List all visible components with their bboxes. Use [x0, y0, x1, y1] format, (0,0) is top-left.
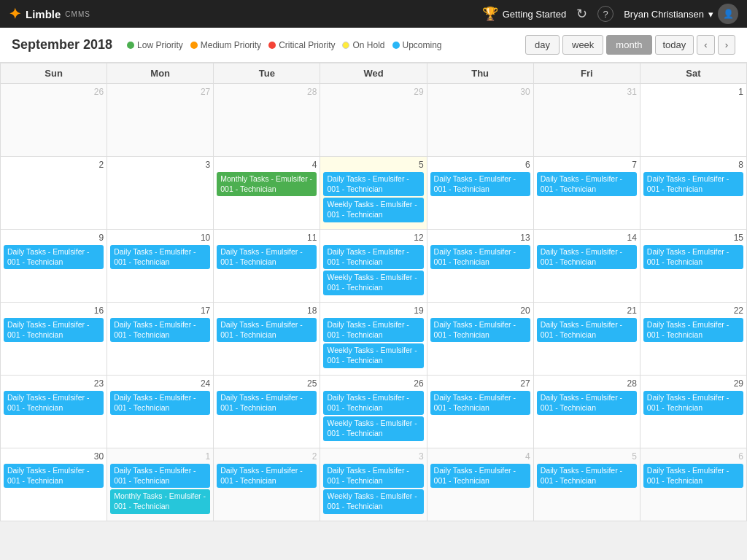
legend-critical-priority: Critical Priority	[268, 40, 335, 50]
event-daily[interactable]: Daily Tasks - Emulsifer - 001 - Technici…	[537, 245, 637, 269]
calendar-cell[interactable]: 3	[107, 157, 214, 230]
event-daily[interactable]: Daily Tasks - Emulsifer - 001 - Technici…	[430, 172, 530, 196]
event-daily[interactable]: Daily Tasks - Emulsifer - 001 - Technici…	[643, 391, 743, 415]
calendar-cell[interactable]: 26	[1, 84, 107, 157]
calendar-cell[interactable]: 17 Daily Tasks - Emulsifer - 001 - Techn…	[107, 303, 214, 376]
calendar-cell[interactable]: 8 Daily Tasks - Emulsifer - 001 - Techni…	[640, 157, 746, 230]
calendar-cell[interactable]: 13 Daily Tasks - Emulsifer - 001 - Techn…	[427, 230, 533, 303]
prev-month-button[interactable]: ‹	[697, 35, 714, 55]
event-daily[interactable]: Daily Tasks - Emulsifer - 001 - Technici…	[643, 172, 743, 196]
calendar-cell[interactable]: 2 Daily Tasks - Emulsifer - 001 - Techni…	[214, 448, 320, 521]
calendar-cell[interactable]: 29 Daily Tasks - Emulsifer - 001 - Techn…	[640, 376, 746, 448]
event-daily[interactable]: Daily Tasks - Emulsifer - 001 - Technici…	[537, 318, 637, 342]
week-view-button[interactable]: week	[562, 35, 603, 55]
calendar-cell[interactable]: 20 Daily Tasks - Emulsifer - 001 - Techn…	[427, 303, 533, 376]
calendar-cell[interactable]: 30	[427, 84, 533, 157]
event-daily[interactable]: Daily Tasks - Emulsifer - 001 - Technici…	[430, 391, 530, 415]
event-daily[interactable]: Daily Tasks - Emulsifer - 001 - Technici…	[323, 245, 423, 269]
event-daily[interactable]: Daily Tasks - Emulsifer - 001 - Technici…	[323, 391, 423, 415]
calendar-cell[interactable]: 26 Daily Tasks - Emulsifer - 001 - Techn…	[320, 376, 427, 448]
day-number: 4	[217, 160, 317, 170]
calendar-cell[interactable]: 3 Daily Tasks - Emulsifer - 001 - Techni…	[320, 448, 427, 521]
event-daily[interactable]: Daily Tasks - Emulsifer - 001 - Technici…	[4, 318, 104, 342]
event-daily[interactable]: Daily Tasks - Emulsifer - 001 - Technici…	[430, 245, 530, 269]
event-daily[interactable]: Daily Tasks - Emulsifer - 001 - Technici…	[110, 391, 210, 415]
event-daily[interactable]: Daily Tasks - Emulsifer - 001 - Technici…	[537, 464, 637, 488]
calendar-cell[interactable]: 25 Daily Tasks - Emulsifer - 001 - Techn…	[214, 376, 320, 448]
refresh-icon[interactable]: ↻	[576, 6, 587, 22]
help-icon[interactable]: ?	[597, 6, 614, 22]
event-daily[interactable]: Daily Tasks - Emulsifer - 001 - Technici…	[323, 464, 423, 488]
event-daily[interactable]: Daily Tasks - Emulsifer - 001 - Technici…	[430, 464, 530, 488]
calendar-cell[interactable]: 15 Daily Tasks - Emulsifer - 001 - Techn…	[640, 230, 746, 303]
calendar-table: Sun Mon Tue Wed Thu Fri Sat 26 27 28 29	[0, 63, 747, 521]
calendar-cell[interactable]: 6 Daily Tasks - Emulsifer - 001 - Techni…	[640, 448, 746, 521]
event-daily[interactable]: Daily Tasks - Emulsifer - 001 - Technici…	[110, 464, 210, 488]
event-daily[interactable]: Daily Tasks - Emulsifer - 001 - Technici…	[323, 172, 423, 196]
event-weekly[interactable]: Weekly Tasks - Emulsifer - 001 - Technic…	[323, 271, 423, 295]
day-view-button[interactable]: day	[525, 35, 560, 55]
event-monthly[interactable]: Monthly Tasks - Emulsifer - 001 - Techni…	[217, 172, 317, 196]
calendar-cell[interactable]: 27 Daily Tasks - Emulsifer - 001 - Techn…	[427, 376, 533, 448]
event-weekly[interactable]: Weekly Tasks - Emulsifer - 001 - Technic…	[323, 198, 423, 222]
event-daily[interactable]: Daily Tasks - Emulsifer - 001 - Technici…	[643, 464, 743, 488]
today-button[interactable]: today	[655, 35, 694, 55]
calendar-cell[interactable]: 10 Daily Tasks - Emulsifer - 001 - Techn…	[107, 230, 214, 303]
calendar-cell[interactable]: 5 Daily Tasks - Emulsifer - 001 - Techni…	[533, 448, 640, 521]
calendar-cell[interactable]: 28	[214, 84, 320, 157]
calendar-cell[interactable]: 2	[1, 157, 107, 230]
event-daily[interactable]: Daily Tasks - Emulsifer - 001 - Technici…	[217, 318, 317, 342]
calendar-row: 23 Daily Tasks - Emulsifer - 001 - Techn…	[1, 376, 747, 448]
calendar-cell[interactable]: 23 Daily Tasks - Emulsifer - 001 - Techn…	[1, 376, 107, 448]
event-daily[interactable]: Daily Tasks - Emulsifer - 001 - Technici…	[537, 172, 637, 196]
calendar-cell[interactable]: 27	[107, 84, 214, 157]
event-daily[interactable]: Daily Tasks - Emulsifer - 001 - Technici…	[217, 391, 317, 415]
calendar-cell[interactable]: 6 Daily Tasks - Emulsifer - 001 - Techni…	[427, 157, 533, 230]
day-number: 12	[323, 233, 423, 243]
event-monthly[interactable]: Monthly Tasks - Emulsifer - 001 - Techni…	[110, 489, 210, 513]
calendar-cell[interactable]: 1	[640, 84, 746, 157]
next-month-button[interactable]: ›	[718, 35, 735, 55]
event-daily[interactable]: Daily Tasks - Emulsifer - 001 - Technici…	[110, 318, 210, 342]
calendar-cell[interactable]: 16 Daily Tasks - Emulsifer - 001 - Techn…	[1, 303, 107, 376]
legend-on-hold: On Hold	[342, 40, 384, 50]
event-weekly[interactable]: Weekly Tasks - Emulsifer - 001 - Technic…	[323, 489, 423, 513]
event-weekly[interactable]: Weekly Tasks - Emulsifer - 001 - Technic…	[323, 343, 423, 368]
calendar-cell[interactable]: 9 Daily Tasks - Emulsifer - 001 - Techni…	[1, 230, 107, 303]
event-daily[interactable]: Daily Tasks - Emulsifer - 001 - Technici…	[537, 391, 637, 415]
event-daily[interactable]: Daily Tasks - Emulsifer - 001 - Technici…	[430, 318, 530, 342]
day-number: 18	[217, 306, 317, 316]
user-menu[interactable]: Bryan Christiansen ▾ 👤	[624, 4, 738, 24]
event-daily[interactable]: Daily Tasks - Emulsifer - 001 - Technici…	[4, 391, 104, 415]
calendar-cell[interactable]: 7 Daily Tasks - Emulsifer - 001 - Techni…	[533, 157, 640, 230]
event-daily[interactable]: Daily Tasks - Emulsifer - 001 - Technici…	[217, 464, 317, 488]
calendar-cell[interactable]: 14 Daily Tasks - Emulsifer - 001 - Techn…	[533, 230, 640, 303]
event-daily[interactable]: Daily Tasks - Emulsifer - 001 - Technici…	[110, 245, 210, 269]
event-daily[interactable]: Daily Tasks - Emulsifer - 001 - Technici…	[4, 245, 104, 269]
calendar-cell[interactable]: 12 Daily Tasks - Emulsifer - 001 - Techn…	[320, 230, 427, 303]
getting-started-button[interactable]: 🏆 Getting Started	[482, 6, 566, 22]
event-daily[interactable]: Daily Tasks - Emulsifer - 001 - Technici…	[323, 318, 423, 342]
calendar-cell[interactable]: 4 Monthly Tasks - Emulsifer - 001 - Tech…	[214, 157, 320, 230]
calendar-cell[interactable]: 28 Daily Tasks - Emulsifer - 001 - Techn…	[533, 376, 640, 448]
calendar-cell[interactable]: 29	[320, 84, 427, 157]
calendar-cell[interactable]: 11 Daily Tasks - Emulsifer - 001 - Techn…	[214, 230, 320, 303]
calendar-cell[interactable]: 1 Daily Tasks - Emulsifer - 001 - Techni…	[107, 448, 214, 521]
calendar-cell[interactable]: 30 Daily Tasks - Emulsifer - 001 - Techn…	[1, 448, 107, 521]
event-weekly[interactable]: Weekly Tasks - Emulsifer - 001 - Technic…	[323, 416, 423, 440]
event-daily[interactable]: Daily Tasks - Emulsifer - 001 - Technici…	[643, 245, 743, 269]
calendar-cell[interactable]: 19 Daily Tasks - Emulsifer - 001 - Techn…	[320, 303, 427, 376]
logo-text: Limble	[26, 8, 61, 20]
calendar-cell[interactable]: 4 Daily Tasks - Emulsifer - 001 - Techni…	[427, 448, 533, 521]
calendar-cell[interactable]: 5 Daily Tasks - Emulsifer - 001 - Techni…	[320, 157, 427, 230]
calendar-cell[interactable]: 21 Daily Tasks - Emulsifer - 001 - Techn…	[533, 303, 640, 376]
day-number: 5	[537, 451, 637, 462]
event-daily[interactable]: Daily Tasks - Emulsifer - 001 - Technici…	[4, 464, 104, 488]
event-daily[interactable]: Daily Tasks - Emulsifer - 001 - Technici…	[217, 245, 317, 269]
calendar-cell[interactable]: 24 Daily Tasks - Emulsifer - 001 - Techn…	[107, 376, 214, 448]
calendar-cell[interactable]: 18 Daily Tasks - Emulsifer - 001 - Techn…	[214, 303, 320, 376]
month-view-button[interactable]: month	[606, 35, 651, 55]
calendar-cell[interactable]: 22 Daily Tasks - Emulsifer - 001 - Techn…	[640, 303, 746, 376]
calendar-cell[interactable]: 31	[533, 84, 640, 157]
event-daily[interactable]: Daily Tasks - Emulsifer - 001 - Technici…	[643, 318, 743, 342]
